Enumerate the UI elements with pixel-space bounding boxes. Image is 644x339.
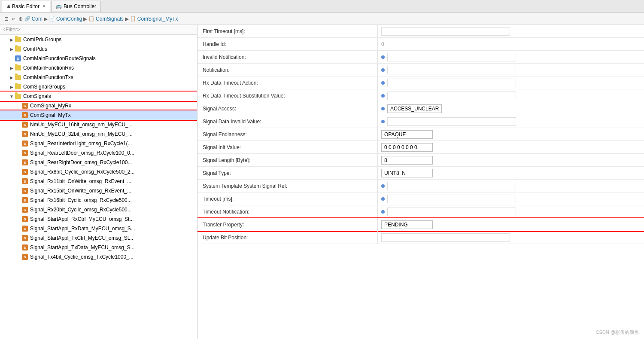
tree-label-signal-rearrightdoor: Signal_RearRightDoor_omsg_RxCycle100... [30,159,132,165]
prop-label-handle-id: Handle Id: [197,38,378,50]
expand-icon[interactable]: ▶ [9,47,15,52]
tree-item-commainfunctiontxs[interactable]: ▶ ComMainFunctionTxs [0,73,197,82]
signal-length-value[interactable]: 8 [381,156,433,165]
tree-item-comipdugroups[interactable]: ▶ ComIPduGroups [0,35,197,44]
prop-row-first-timeout: First Timeout [ms]: [197,25,644,38]
tree-item-signal-rearinteriorlight[interactable]: S Signal_RearInteriorLight_omsg_RxCycle1… [0,139,197,148]
prop-value-rx-data-timeout-sub[interactable] [378,89,644,102]
signal-icon: S [21,253,28,260]
tree-label-nmud-32bit: NmUd_MyECU_32bit_omsg_nm_MyECU_... [30,131,133,137]
timeout-input[interactable] [387,195,516,203]
tree-item-signal-rx8bit[interactable]: S Signal_Rx8bit_Cyclic_omsg_RxCycle500_2… [0,167,197,177]
tree-item-signal-rearrightdoor[interactable]: S Signal_RearRightDoor_omsg_RxCycle100..… [0,158,197,167]
tree-item-signal-rx11bit[interactable]: S Signal_Rx11bit_OnWrite_omsg_RxEvent_..… [0,177,197,186]
prop-value-signal-init-value[interactable]: 0 0 0 0 0 0 0 0 [378,141,644,153]
rx-timeout-action-input[interactable] [387,79,516,87]
signal-type-value[interactable]: UINT8_N [381,169,433,177]
transfer-property-value[interactable]: PENDING [381,220,433,229]
breadcrumb-comsignal-mytx[interactable]: ComSignal_MyTx [137,16,178,22]
tree-item-signal-rx16bit[interactable]: S Signal_Rx16bit_Cyclic_omsg_RxCycle500.… [0,195,197,205]
prop-value-signal-access[interactable]: ACCESS_UNCLEAR [378,102,644,115]
tree-item-nmud-16bit[interactable]: S NmUd_MyECU_16bit_omsg_nm_MyECU_... [0,120,197,129]
filter-placeholder: <Filter> [3,27,20,33]
nav-back-button[interactable]: « [10,15,17,23]
tab-basic-editor-close[interactable]: ✕ [42,4,46,9]
signal-init-value-value[interactable]: 0 0 0 0 0 0 0 0 [381,143,433,152]
prop-value-signal-type[interactable]: UINT8_N [378,167,644,179]
prop-value-timeout[interactable] [378,192,644,205]
prop-value-first-timeout[interactable] [378,25,644,37]
prop-value-signal-length[interactable]: 8 [378,154,644,166]
prop-value-invalid-notification[interactable] [378,51,644,63]
tree-item-signal-tx4bit[interactable]: S Signal_Tx4bit_Cyclic_omsg_TxCycle1000_… [0,252,197,262]
tab-bus-controller[interactable]: 🚌 Bus Controller [51,1,101,12]
tree-item-signal-startappl-rxdata[interactable]: S Signal_StartAppl_RxData_MyECU_omsg_S..… [0,224,197,233]
tree-item-signal-startappl-rxctrl[interactable]: S Signal_StartAppl_RxCtrl_MyECU_omsg_St.… [0,214,197,224]
system-template-input[interactable] [387,182,516,190]
main-layout: <Filter> ▶ ComIPduGroups ▶ ComIPdus S Co… [0,25,644,339]
no-expand-icon [15,198,21,203]
watermark: CSDN @彩蛋的颜色 [596,329,639,336]
expand-icon[interactable]: ▶ [9,66,15,70]
signal-endianness-value[interactable]: OPAQUE [381,130,433,139]
tree-item-commainfunctionroutesignals[interactable]: S ComMainFunctionRouteSignals [0,54,197,63]
prop-row-timeout: Timeout [ms]: [197,192,644,205]
prop-value-timeout-notification[interactable] [378,205,644,218]
expand-icon[interactable]: ▶ [9,75,15,80]
signal-icon: S [21,121,28,128]
expand-icon[interactable]: ▶ [9,37,15,42]
prop-value-rx-data-timeout-action[interactable] [378,76,644,89]
tree-item-signal-startappl-txdata[interactable]: S Signal_StartAppl_TxData_MyECU_omsg_S..… [0,243,197,252]
nav-forward-button[interactable]: ⊕ [17,15,24,23]
folder-icon [15,93,21,100]
nav-home-button[interactable]: ⊟ [3,15,10,23]
tree-item-signal-startappl-txctrl[interactable]: S Signal_StartAppl_TxCtrl_MyECU_omsg_St.… [0,233,197,243]
invalid-notification-input[interactable] [387,53,516,61]
collapse-icon[interactable]: ▼ [9,94,15,99]
tree-item-comsignals[interactable]: ▼ ComSignals [0,92,197,101]
expand-icon[interactable]: ▶ [9,85,15,89]
tab-basic-editor[interactable]: ⊞ Basic Editor ✕ [2,1,50,12]
filter-bar[interactable]: <Filter> [0,25,197,35]
tree-item-comsignalgroups[interactable]: ▶ ComSignalGroups [0,82,197,92]
tree-item-commainfunctionrxs[interactable]: ▶ ComMainFunctionRxs [0,63,197,73]
tree-item-signal-rx15bit[interactable]: S Signal_Rx15bit_OnWrite_omsg_RxEvent_..… [0,186,197,195]
breadcrumb-comsignals[interactable]: ComSignals [96,16,124,22]
breadcrumb-comconfig[interactable]: ComConfig [56,16,82,22]
prop-value-transfer-property[interactable]: PENDING [378,218,644,231]
rx-timeout-sub-input[interactable] [387,92,516,100]
prop-value-update-bit-position[interactable] [378,231,644,244]
no-expand-icon [15,226,21,231]
prop-value-signal-data-invalid[interactable] [378,115,644,128]
prop-label-rx-data-timeout-action: Rx Data Timeout Action: [197,76,378,89]
tree-area[interactable]: ▶ ComIPduGroups ▶ ComIPdus S ComMainFunc… [0,35,197,339]
signal-access-value[interactable]: ACCESS_UNCLEAR [387,104,442,113]
dot-icon [381,120,385,123]
timeout-notification-input[interactable] [387,208,516,216]
tree-item-signal-rx20bit[interactable]: S Signal_Rx20bit_Cyclic_omsg_RxCycle500.… [0,205,197,214]
update-bit-position-input[interactable] [381,233,510,242]
tree-label-comsignal-myrx: ComSignal_MyRx [30,103,71,109]
prop-value-notification[interactable] [378,64,644,76]
notification-input[interactable] [387,66,516,74]
tree-item-comipdus[interactable]: ▶ ComIPdus [0,44,197,54]
tree-item-signal-rearleftdoor[interactable]: S Signal_RearLeftDoor_omsg_RxCycle100_0.… [0,148,197,158]
prop-row-transfer-property: Transfer Property: PENDING [197,218,644,231]
signal-icon: S [21,225,28,232]
breadcrumb: ⊟ « ⊕ 🔗 Com ▶ 📄 ComConfig ▶ 📋 ComSignals… [0,13,644,25]
prop-label-first-timeout: First Timeout [ms]: [197,25,378,37]
tree-item-comsignal-myrx[interactable]: S ComSignal_MyRx [0,101,197,110]
prop-label-signal-length: Signal Length [Byte]: [197,154,378,166]
tree-label-signal-rearleftdoor: Signal_RearLeftDoor_omsg_RxCycle100_0... [30,150,134,156]
bus-controller-icon: 🚌 [56,3,62,9]
no-expand-icon [15,170,21,174]
first-timeout-input[interactable] [381,27,510,36]
breadcrumb-com[interactable]: Com [32,16,43,22]
signal-data-invalid-input[interactable] [387,117,516,126]
prop-value-signal-endianness[interactable]: OPAQUE [378,128,644,140]
no-expand-icon [15,151,21,156]
prop-value-system-template[interactable] [378,180,644,192]
tree-item-nmud-32bit[interactable]: S NmUd_MyECU_32bit_omsg_nm_MyECU_... [0,129,197,139]
no-expand-icon [15,179,21,184]
tree-item-comsignal-mytx[interactable]: S ComSignal_MyTx [0,110,197,120]
